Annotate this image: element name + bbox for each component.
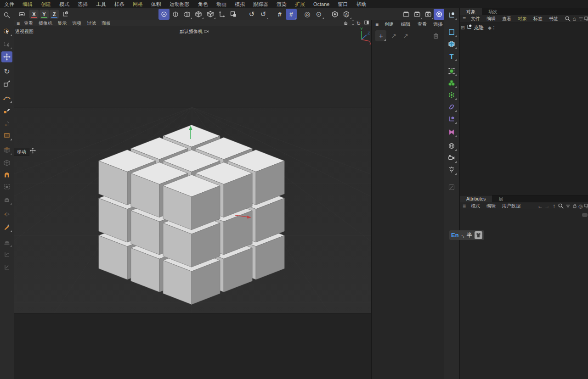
viewport-menu-display[interactable]: 显示 — [57, 20, 67, 27]
search-icon[interactable] — [1, 10, 12, 21]
instance-icon[interactable] — [446, 113, 457, 124]
snap-enabled-icon[interactable]: # — [286, 9, 297, 20]
object-name[interactable]: 克隆 — [474, 24, 484, 31]
menu-mograph[interactable]: 运动图形 — [165, 0, 194, 8]
attr-scrollbar-thumb[interactable] — [582, 213, 588, 217]
ime-bar[interactable]: En ·, 半 — [449, 230, 484, 240]
scale-tool-icon[interactable] — [1, 78, 12, 89]
octane-live-viewer-icon[interactable] — [434, 9, 445, 20]
render-settings-circle-icon[interactable]: ⊙ — [313, 9, 324, 20]
render-region-icon[interactable]: ◎ — [302, 9, 313, 20]
ime-language-indicator[interactable]: En — [451, 232, 459, 239]
object-mode-icon[interactable] — [170, 9, 181, 20]
workplane-mode-icon[interactable] — [228, 9, 239, 20]
polygon-mode-icon[interactable] — [193, 9, 204, 20]
axis-dots-icon[interactable] — [1, 249, 12, 260]
quantize-icon[interactable]: # — [274, 9, 285, 20]
viewport[interactable]: 透视视图 默认摄像机 — [14, 27, 371, 313]
rotate-tool-icon[interactable]: ↻ — [1, 66, 12, 77]
midpanel-menu-edit[interactable]: 编辑 — [401, 21, 410, 28]
pan-view-icon[interactable] — [343, 20, 349, 28]
enable-axis-icon[interactable]: ↺ — [246, 9, 257, 20]
attr-forward-icon[interactable]: → — [544, 203, 550, 209]
symmetry-icon[interactable] — [446, 127, 457, 138]
metaball-icon[interactable] — [446, 78, 457, 89]
viewport-menu-filter[interactable]: 过滤 — [87, 20, 96, 27]
menu-select[interactable]: 选择 — [74, 0, 92, 8]
live-selection-icon[interactable] — [1, 26, 12, 37]
menu-octane[interactable]: Octane — [309, 0, 334, 8]
menu-edit[interactable]: 编辑 — [18, 0, 37, 8]
undo-view-icon[interactable] — [17, 9, 28, 20]
menu-help[interactable]: 帮助 — [352, 0, 370, 8]
midpanel-more-icon[interactable]: ▸ — [441, 21, 443, 28]
menu-tracker[interactable]: 跟踪器 — [249, 0, 272, 8]
sky-globe-icon[interactable] — [446, 140, 457, 151]
cage-deform-icon[interactable] — [1, 181, 12, 192]
render-view-icon[interactable] — [401, 9, 412, 20]
material-create-icon[interactable] — [446, 182, 457, 193]
layer-diamond-icon[interactable]: ◆ — [488, 25, 492, 30]
tab-layers[interactable]: 层 — [492, 195, 509, 202]
om-hamburger-icon[interactable]: ≡ — [463, 15, 466, 22]
visibility-dots-icon[interactable]: : — [493, 24, 495, 31]
unassign-arrow-icon[interactable]: ↗ — [400, 30, 411, 41]
viewport-canvas[interactable] — [14, 27, 371, 313]
om-home-icon[interactable]: ⌂ — [571, 16, 577, 22]
menu-volume[interactable]: 体积 — [147, 0, 165, 8]
axis-settings-icon[interactable]: ↺ — [258, 9, 269, 20]
helmet-tool-icon[interactable] — [1, 194, 12, 205]
viewport-menu-camera[interactable]: 摄像机 — [39, 20, 52, 27]
box-selection-icon[interactable] — [1, 39, 12, 50]
array-generator-icon[interactable] — [446, 89, 457, 100]
spline-pen-icon[interactable] — [1, 105, 12, 116]
tab-attributes[interactable]: Attributes — [460, 195, 492, 202]
spline-pen-palette-icon[interactable] — [446, 10, 457, 21]
tab-takes[interactable]: 场次 — [482, 8, 504, 15]
menu-file[interactable]: 文件 — [0, 0, 18, 8]
expand-toggle-icon[interactable]: ⊞ — [461, 25, 465, 31]
octane-material-icon[interactable]: A — [341, 9, 352, 20]
add-button[interactable]: ＋ — [375, 30, 386, 41]
attr-target-icon[interactable]: ◎ — [577, 203, 584, 209]
tweak-tool-icon[interactable] — [1, 118, 12, 129]
rectangle-spline-icon[interactable] — [446, 27, 457, 38]
viewport-menu-panel[interactable]: 面板 — [102, 20, 111, 27]
lock-z-axis-button[interactable]: Z — [50, 10, 59, 19]
om-menu-view[interactable]: 查看 — [502, 15, 511, 22]
attr-back-icon[interactable]: ← — [537, 203, 543, 209]
cube-wire-icon[interactable] — [1, 157, 12, 168]
attr-menu-userdata[interactable]: 用户数据 — [502, 202, 520, 210]
tab-objects[interactable]: 对象 — [460, 8, 482, 15]
camera-label[interactable]: 默认摄像机 — [180, 28, 209, 35]
om-menu-edit[interactable]: 编辑 — [486, 15, 496, 22]
cube-primitive-icon[interactable] — [446, 39, 457, 50]
octane-object-icon[interactable] — [329, 9, 340, 20]
menu-simulate[interactable]: 模拟 — [231, 0, 249, 8]
viewport-menu-view[interactable]: 查看 — [24, 20, 33, 27]
texture-mode-icon[interactable] — [181, 9, 192, 20]
om-search-icon[interactable] — [565, 16, 571, 22]
text-spline-icon[interactable]: T — [446, 50, 457, 61]
spline-smooth-icon[interactable] — [1, 92, 12, 103]
toggle-view-icon[interactable] — [364, 20, 369, 27]
menu-mode[interactable]: 模式 — [55, 0, 74, 8]
menu-animate[interactable]: 动画 — [212, 0, 231, 8]
axis-arrow-icon[interactable] — [1, 262, 12, 273]
om-menu-bookmarks[interactable]: 书签 — [549, 15, 558, 22]
rectangle-tool-icon[interactable] — [1, 130, 12, 141]
iron-tool-icon[interactable] — [1, 236, 12, 247]
mirror-tool-icon[interactable] — [1, 209, 12, 220]
attr-menu-edit[interactable]: 编辑 — [486, 202, 496, 210]
camera-create-icon[interactable] — [446, 152, 457, 163]
ime-punctuation-indicator[interactable]: ·, — [461, 232, 464, 239]
delete-trash-icon[interactable] — [430, 30, 441, 41]
menu-create[interactable]: 创建 — [37, 0, 55, 8]
render-picture-viewer-icon[interactable] — [412, 9, 423, 20]
workplane-icon[interactable] — [60, 9, 71, 20]
lock-x-axis-button[interactable]: X — [29, 10, 39, 19]
menu-tools[interactable]: 工具 — [92, 0, 110, 8]
render-settings-icon[interactable] — [423, 9, 434, 20]
viewport-menu-options[interactable]: 选项 — [72, 20, 81, 27]
midpanel-menu-view[interactable]: 查看 — [418, 21, 427, 28]
